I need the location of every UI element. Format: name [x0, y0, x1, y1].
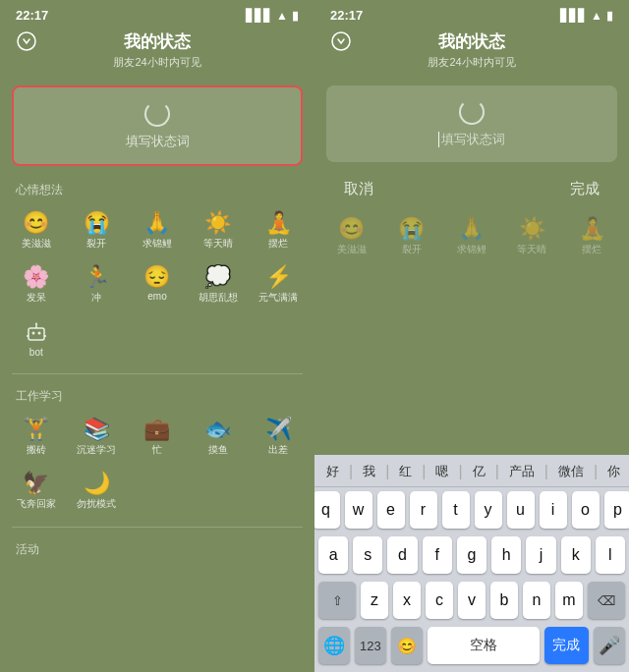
- emoji-label: 求锦鲤: [457, 243, 486, 256]
- suggestion-word[interactable]: 你: [603, 461, 624, 482]
- list-item[interactable]: 💼 忙: [129, 413, 186, 463]
- keyboard-suggestions: 好 | 我 | 红 | 嗯 | 亿 | 产品 | 微信 | 你 ∨: [314, 455, 629, 487]
- emoji-label: emo: [147, 291, 166, 302]
- emoji-icon: 🐟: [204, 419, 231, 440]
- list-item-bot[interactable]: bot: [8, 314, 65, 364]
- wifi-icon: ▲: [591, 9, 602, 23]
- key-a[interactable]: a: [318, 536, 348, 574]
- right-action-bar: 取消 完成: [314, 170, 629, 208]
- globe-key[interactable]: 🌐: [318, 627, 350, 664]
- emoji-icon: 💼: [143, 419, 170, 440]
- list-item[interactable]: 🏋️ 搬砖: [8, 413, 65, 463]
- left-status-input-area[interactable]: 填写状态词: [12, 85, 303, 166]
- list-item[interactable]: 🧘 摆烂: [250, 206, 307, 256]
- key-y[interactable]: y: [475, 491, 502, 529]
- key-r[interactable]: r: [410, 491, 437, 529]
- emoji-icon: 🧘: [265, 212, 292, 234]
- emoji-label: 搬砖: [27, 443, 46, 457]
- right-panel: 22:17 ▋▋▋ ▲ ▮ 我的状态 朋友24小时内可见 填写状态词 取消 完成: [314, 0, 629, 672]
- key-m[interactable]: m: [555, 582, 583, 619]
- key-c[interactable]: c: [426, 582, 453, 619]
- suggestion-word[interactable]: 我: [359, 461, 379, 482]
- emoji-icon: 📚: [84, 419, 110, 440]
- key-h[interactable]: h: [491, 536, 521, 574]
- emoji-label: 胡思乱想: [199, 291, 238, 305]
- key-j[interactable]: j: [526, 536, 555, 574]
- list-item[interactable]: 📚 沉迷学习: [69, 413, 126, 463]
- emoji-icon: ✈️: [265, 419, 292, 440]
- key-x[interactable]: x: [393, 582, 421, 619]
- emoji-icon: 😭: [398, 218, 425, 240]
- list-item[interactable]: 🦅 飞奔回家: [8, 467, 65, 517]
- right-status-placeholder: 填写状态词: [441, 131, 505, 148]
- emoji-label: 求锦鲤: [143, 237, 172, 251]
- left-section-label-work: 工作学习: [0, 380, 314, 409]
- key-p[interactable]: p: [604, 491, 630, 529]
- list-item[interactable]: 🏃 冲: [69, 260, 126, 310]
- space-key[interactable]: 空格: [428, 627, 540, 664]
- list-item[interactable]: 💭 胡思乱想: [190, 260, 247, 310]
- mic-key[interactable]: 🎤: [594, 627, 625, 664]
- key-w[interactable]: w: [345, 491, 372, 529]
- key-n[interactable]: n: [523, 582, 550, 619]
- right-status-bar: 22:17 ▋▋▋ ▲ ▮: [314, 0, 629, 27]
- right-back-button[interactable]: [330, 30, 352, 57]
- left-section-label-mood: 心情想法: [0, 174, 314, 202]
- key-u[interactable]: u: [507, 491, 535, 529]
- suggestion-word[interactable]: 嗯: [431, 461, 452, 482]
- list-item[interactable]: 🙏 求锦鲤: [129, 206, 186, 256]
- key-f[interactable]: f: [423, 536, 452, 574]
- left-scroll-content: 心情想法 😊 美滋滋 😭 裂开 🙏 求锦鲤 ☀️ 等天晴 🧘 摆烂: [0, 174, 314, 672]
- list-item[interactable]: 🌸 发呆: [8, 260, 65, 310]
- signal-icon: ▋▋▋: [560, 9, 587, 23]
- key-e[interactable]: e: [377, 491, 405, 529]
- num-key[interactable]: 123: [355, 627, 386, 664]
- list-item[interactable]: 😊 美滋滋: [8, 206, 65, 256]
- suggestion-word[interactable]: 微信: [554, 461, 588, 482]
- delete-key[interactable]: ⌫: [588, 582, 625, 619]
- list-item[interactable]: 😔 emo: [129, 260, 186, 310]
- list-item[interactable]: ☀️ 等天晴: [190, 206, 247, 256]
- key-k[interactable]: k: [561, 536, 591, 574]
- right-status-input-area[interactable]: 填写状态词: [326, 85, 617, 162]
- emoji-key[interactable]: 😊: [391, 627, 423, 664]
- key-d[interactable]: d: [387, 536, 417, 574]
- key-v[interactable]: v: [458, 582, 486, 619]
- key-t[interactable]: t: [442, 491, 470, 529]
- suggestion-word[interactable]: 产品: [505, 461, 539, 482]
- svg-point-8: [332, 32, 350, 50]
- left-mood-grid: 😊 美滋滋 😭 裂开 🙏 求锦鲤 ☀️ 等天晴 🧘 摆烂 🌸 发呆: [0, 202, 314, 367]
- list-item[interactable]: 😭 裂开: [69, 206, 126, 256]
- done-button[interactable]: 完成: [560, 176, 609, 202]
- right-status-loading-icon: [459, 99, 485, 125]
- suggestion-word[interactable]: 亿: [469, 461, 489, 482]
- keyboard-done-key[interactable]: 完成: [544, 627, 590, 664]
- list-item: 😭 裂开: [382, 212, 440, 262]
- emoji-label: 冲: [91, 291, 101, 305]
- key-o[interactable]: o: [572, 491, 600, 529]
- key-s[interactable]: s: [353, 536, 382, 574]
- key-i[interactable]: i: [540, 491, 567, 529]
- emoji-label: 裂开: [86, 237, 106, 251]
- key-l[interactable]: l: [596, 536, 625, 574]
- list-item[interactable]: ⚡ 元气满满: [250, 260, 307, 310]
- emoji-icon: 😊: [338, 218, 365, 240]
- left-back-button[interactable]: [16, 30, 37, 57]
- cancel-button[interactable]: 取消: [334, 176, 383, 202]
- list-item: 🙏 求锦鲤: [442, 212, 500, 262]
- emoji-label: 摆烂: [268, 237, 288, 251]
- suggestion-word[interactable]: 好: [322, 461, 343, 482]
- list-item[interactable]: ✈️ 出差: [250, 413, 307, 463]
- left-status-bar: 22:17 ▋▋▋ ▲ ▮: [0, 0, 314, 27]
- shift-key[interactable]: ⇧: [318, 582, 356, 619]
- emoji-icon: 🧘: [579, 218, 605, 240]
- suggestion-word[interactable]: 红: [395, 461, 416, 482]
- list-item[interactable]: 🌙 勿扰模式: [69, 467, 126, 517]
- key-z[interactable]: z: [361, 582, 388, 619]
- key-q[interactable]: q: [314, 491, 340, 529]
- emoji-icon: 🌙: [84, 473, 110, 494]
- left-status-loading-icon: [144, 101, 170, 127]
- key-b[interactable]: b: [490, 582, 518, 619]
- list-item[interactable]: 🐟 摸鱼: [190, 413, 247, 463]
- key-g[interactable]: g: [457, 536, 486, 574]
